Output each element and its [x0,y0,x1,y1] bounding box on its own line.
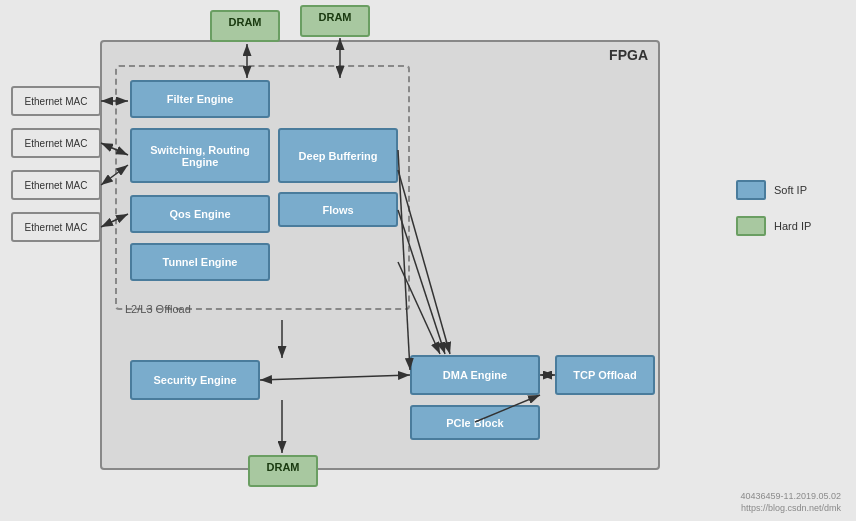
hard-ip-label: Hard IP [774,220,811,232]
switching-engine-box: Switching, Routing Engine [130,128,270,183]
watermark-line2: https://blog.csdn.net/dmk [741,503,841,513]
soft-ip-label: Soft IP [774,184,807,196]
security-engine-box: Security Engine [130,360,260,400]
mac-box-4: Ethernet MAC [11,212,101,242]
legend-soft-ip: Soft IP [736,180,846,200]
fpga-label: FPGA [609,47,648,63]
tunnel-engine-box: Tunnel Engine [130,243,270,281]
mac-box-2: Ethernet MAC [11,128,101,158]
mac-box-3: Ethernet MAC [11,170,101,200]
watermark-line1: 40436459-11.2019.05.02 [740,491,841,501]
flows-box: Flows [278,192,398,227]
legend: Soft IP Hard IP [736,180,846,252]
legend-hard-ip: Hard IP [736,216,846,236]
dram-box-2: DRAM [300,5,370,37]
offload-label: L2/L3 Offload [125,303,191,315]
filter-engine-box: Filter Engine [130,80,270,118]
qos-engine-box: Qos Engine [130,195,270,233]
diagram-container: FPGA DRAM DRAM DRAM L2/L3 Offload Filter… [0,0,856,521]
dma-engine-box: DMA Engine [410,355,540,395]
dram-box-3: DRAM [248,455,318,487]
hard-ip-color-box [736,216,766,236]
dram-box-1: DRAM [210,10,280,42]
mac-box-1: Ethernet MAC [11,86,101,116]
soft-ip-color-box [736,180,766,200]
tcp-offload-box: TCP Offload [555,355,655,395]
pcie-block-box: PCIe Block [410,405,540,440]
deep-buffering-box: Deep Buffering [278,128,398,183]
